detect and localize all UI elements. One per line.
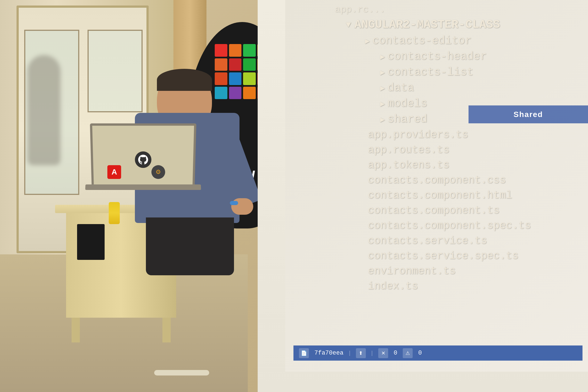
file-tree-item: ▶contacts-list (380, 64, 582, 80)
file-tree-item: contacts.service.spec.ts (365, 248, 582, 263)
file-tree-item: contacts.component.spec.ts (365, 218, 582, 233)
wristband (230, 201, 238, 205)
lectern-leg-right (162, 318, 171, 342)
file-tree-item: ▶data (380, 80, 582, 96)
speaker-pants (146, 217, 234, 275)
status-icon-upload: ⬆ (356, 348, 366, 358)
status-bar: 📄 7fa70eea | ⬆ | ✕ 0 ⚠ 0 (293, 345, 582, 361)
file-tree: app.rc... ▼ ANGULAR2-MASTER-CLASS ▶conta… (335, 3, 582, 294)
file-tree-item: ▶contacts-editor (365, 33, 582, 49)
logo-cell (229, 44, 242, 57)
power-cable (154, 370, 209, 375)
lectern-leg-left (72, 318, 80, 342)
file-tree-item: contacts.component.html (365, 188, 582, 203)
status-separator-1: | (349, 350, 350, 356)
file-tree-item: app.routes.ts (365, 142, 582, 157)
file-tree-items: ▶contacts-editor▶contacts-header▶contact… (335, 33, 582, 294)
github-sticker (135, 151, 151, 168)
file-tree-item: contacts.service.ts (365, 233, 582, 248)
status-warnings: 0 (394, 350, 397, 356)
file-tree-item: ▶contacts-header (380, 49, 582, 64)
status-icon-file: 📄 (299, 348, 309, 358)
screen-content: app.rc... ▼ ANGULAR2-MASTER-CLASS ▶conta… (285, 0, 588, 372)
status-alerts: 0 (418, 350, 422, 356)
file-tree-item: environment.ts (365, 263, 582, 279)
projection-screen: app.rc... ▼ ANGULAR2-MASTER-CLASS ▶conta… (258, 0, 588, 392)
logo-cell (243, 44, 256, 57)
file-tree-root-folder: ▼ ANGULAR2-MASTER-CLASS (346, 17, 582, 33)
logo-cell (215, 44, 227, 57)
speaker-hair (157, 69, 212, 91)
status-hash: 7fa70eea (314, 350, 344, 356)
status-icon-x: ✕ (378, 348, 388, 358)
file-tree-top-partial: app.rc... (335, 3, 582, 17)
file-tree-item: contacts.component.ts (365, 203, 582, 218)
speaker-person: THOUGHTIAM A ⚙ (107, 69, 245, 317)
file-tree-item: app.tokens.ts (365, 157, 582, 173)
file-tree-item: index.ts (365, 279, 582, 294)
laptop: A ⚙ (91, 124, 195, 193)
angular-sticker: A (107, 165, 121, 179)
wall-shadow (28, 55, 61, 165)
file-tree-item: app.providers.ts (365, 127, 582, 142)
shared-label: Shared (469, 105, 588, 123)
speaker-hand-right (231, 198, 253, 215)
laptop-base (85, 184, 201, 190)
scene: pad THOUGHTIAM (0, 0, 588, 392)
rust-sticker: ⚙ (151, 165, 165, 179)
status-icon-warning: ⚠ (403, 348, 413, 358)
status-separator-2: | (371, 350, 373, 356)
file-tree-item: contacts.component.css (365, 173, 582, 188)
speaker-audio-box (77, 224, 105, 260)
